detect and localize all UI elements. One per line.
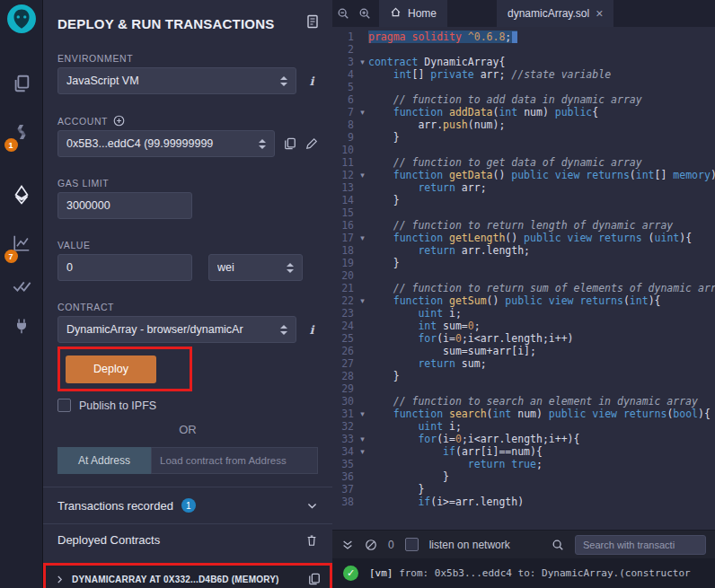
code-line: 2 <box>332 43 715 56</box>
fold-icon[interactable]: ▾ <box>357 433 368 445</box>
tab-home[interactable]: Home <box>379 0 447 27</box>
code-line: 1pragma solidity ^0.6.8; <box>332 31 715 43</box>
code-line: 38 if(i>=arr.length) <box>332 496 715 508</box>
deploy-panel: DEPLOY & RUN TRANSACTIONS ENVIRONMENT Ja… <box>43 0 332 588</box>
editor-area: Home dynamicArray.sol × 1pragma solidity… <box>332 0 715 588</box>
terminal-count: 0 <box>388 539 394 551</box>
code-line: 19 } <box>332 257 715 269</box>
at-address-input[interactable] <box>151 447 318 474</box>
sidebar-item-solidity-compiler[interactable]: 1 <box>8 120 35 147</box>
fold-icon[interactable]: ▾ <box>357 294 368 307</box>
tab-bar: Home dynamicArray.sol × <box>332 0 715 27</box>
code-line: 37 } <box>332 483 715 496</box>
select-arrows-icon <box>280 76 287 86</box>
value-unit-select[interactable]: wei <box>208 254 303 281</box>
sidebar-item-file-explorer[interactable] <box>8 72 35 99</box>
sidebar-item-analysis[interactable]: 7 <box>8 232 35 259</box>
remix-ide-window: 1 7 DEPLOY & RUN TRANSACTIONS ENVIRONMEN… <box>0 0 715 588</box>
edit-account-icon[interactable] <box>305 137 318 150</box>
fold-icon[interactable]: ▾ <box>357 408 368 420</box>
account-select[interactable]: 0x5B3...eddC4 (99.99999999 <box>57 130 275 157</box>
expand-terminal-icon[interactable] <box>341 539 354 551</box>
tab-file-label: dynamicArray.sol <box>508 7 589 20</box>
code-line: 6 // function to add data in dynamic arr… <box>332 93 715 106</box>
fold-icon[interactable]: ▾ <box>357 106 368 118</box>
remix-logo-icon[interactable] <box>6 4 37 34</box>
fold-icon[interactable]: ▾ <box>357 56 368 68</box>
contract-select[interactable]: DynamicArray - browser/dynamicAr <box>57 316 296 343</box>
terminal-log-row[interactable]: ✓ [vm] from: 0x5b3...eddc4 to: DynamicAr… <box>332 558 715 588</box>
fold-icon[interactable]: ▾ <box>357 445 368 458</box>
sidebar-item-plugin-manager[interactable] <box>8 314 35 341</box>
chevron-right-icon[interactable] <box>55 575 65 584</box>
copy-address-icon[interactable] <box>308 573 321 585</box>
code-line: 36 } <box>332 470 715 483</box>
deployed-contract-label: DYNAMICARRAY AT 0X332...D4B6D (MEMORY) <box>72 575 301 584</box>
at-address-button[interactable]: At Address <box>57 447 151 474</box>
sidebar-item-deploy-run[interactable] <box>8 183 35 210</box>
terminal-toolbar: 0 listen on network <box>332 530 715 558</box>
code-line: 15 <box>332 206 715 219</box>
code-line: 16 // function to return length of dynam… <box>332 219 715 232</box>
fold-icon[interactable]: ▾ <box>357 232 368 244</box>
gas-limit-input[interactable] <box>57 192 192 219</box>
tab-dynamicarray-sol[interactable]: dynamicArray.sol × <box>497 0 613 27</box>
deployed-contract-item[interactable]: DYNAMICARRAY AT 0X332...D4B6D (MEMORY) <box>43 563 332 588</box>
panel-header: DEPLOY & RUN TRANSACTIONS <box>43 0 332 32</box>
select-arrows-icon <box>287 263 294 273</box>
clear-console-icon[interactable] <box>365 539 377 551</box>
analysis-badge: 7 <box>4 250 18 263</box>
deploy-button[interactable]: Deploy <box>66 355 156 383</box>
code-line: 4 int[] private arr; //state variable <box>332 68 715 81</box>
search-icon[interactable] <box>552 539 564 551</box>
log-text: [vm] from: 0x5b3...eddc4 to: DynamicArra… <box>369 567 691 579</box>
code-line: 18 return arr.length; <box>332 244 715 257</box>
environment-label: ENVIRONMENT <box>57 53 318 64</box>
code-line: 22▾ function getSum() public view return… <box>332 294 715 307</box>
code-line: 14 } <box>332 194 715 206</box>
copy-account-icon[interactable] <box>284 137 296 150</box>
code-line: 29 <box>332 382 715 395</box>
home-icon <box>390 6 402 21</box>
code-line: 25 for(i=0;i<arr.length;i++) <box>332 332 715 345</box>
code-line: 8 arr.push(num); <box>332 118 715 131</box>
code-line: 27 return sum; <box>332 357 715 370</box>
code-line: 11 // function to get data of dynamic ar… <box>332 156 715 169</box>
terminal-search-input[interactable] <box>575 535 706 555</box>
listen-on-network-checkbox[interactable] <box>405 538 419 551</box>
text-cursor <box>512 31 517 43</box>
double-check-icon <box>12 276 31 300</box>
add-account-icon[interactable] <box>113 115 125 127</box>
trash-icon[interactable] <box>305 534 318 547</box>
environment-select[interactable]: JavaScript VM <box>57 67 296 94</box>
code-line: 24 int sum=0; <box>332 320 715 332</box>
code-line: 12▾ function getData() public view retur… <box>332 169 715 181</box>
publish-ipfs-checkbox[interactable] <box>57 399 71 412</box>
account-label: ACCOUNT <box>57 116 108 127</box>
environment-info-icon[interactable]: i <box>305 75 318 88</box>
value-input[interactable] <box>57 254 192 281</box>
code-line: 9 } <box>332 131 715 144</box>
sidebar-item-unit-testing[interactable] <box>8 275 35 302</box>
select-arrows-icon <box>259 139 266 149</box>
zoom-out-icon[interactable] <box>332 0 354 27</box>
code-line: 35 return true; <box>332 458 715 470</box>
zoom-in-icon[interactable] <box>354 0 375 27</box>
close-tab-icon[interactable]: × <box>596 7 603 20</box>
code-line: 7▾ function addData(int num) public{ <box>332 106 715 118</box>
panel-title: DEPLOY & RUN TRANSACTIONS <box>57 16 274 31</box>
select-arrows-icon <box>280 325 287 335</box>
chevron-down-icon[interactable] <box>306 500 318 512</box>
contract-info-icon[interactable]: i <box>305 323 318 337</box>
code-line: 3▾contract DynamicArray{ <box>332 56 715 68</box>
code-editor[interactable]: 1pragma solidity ^0.6.8;23▾contract Dyna… <box>332 27 715 530</box>
deployed-contracts-row: Deployed Contracts <box>43 523 332 556</box>
code-line: 34▾ if(arr[i]==num){ <box>332 445 715 458</box>
transactions-recorded-label: Transactions recorded <box>57 499 173 513</box>
code-line: 13 return arr; <box>332 181 715 194</box>
code-line: 5 <box>332 81 715 93</box>
docs-icon[interactable] <box>305 14 320 32</box>
code-line: 31▾ function search(int num) public view… <box>332 408 715 420</box>
code-line: 10 <box>332 144 715 156</box>
fold-icon[interactable]: ▾ <box>357 169 368 181</box>
